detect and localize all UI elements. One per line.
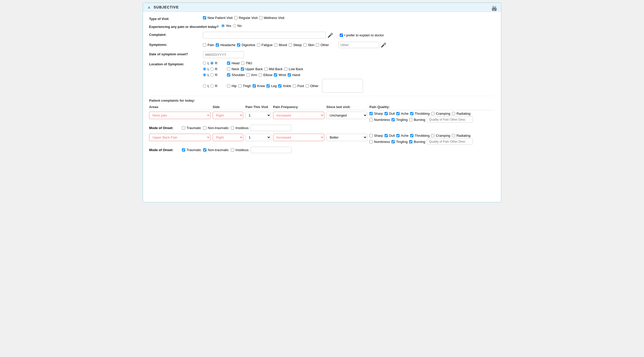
pq1-burning[interactable]: Burning [409, 118, 425, 122]
pq2-tingling[interactable]: Tingling [391, 140, 408, 144]
onset1-traumatic[interactable]: Traumatic [182, 126, 201, 130]
pq2-numbness[interactable]: Numbness [369, 140, 390, 144]
loc2-r[interactable]: R [210, 67, 217, 71]
loc-head[interactable]: Head [227, 61, 240, 65]
loc-tmj[interactable]: TMJ [241, 61, 252, 65]
pq1-ache[interactable]: Ache [396, 112, 409, 116]
pain-no-option[interactable]: No [233, 24, 242, 28]
since-last-dropdown-1[interactable]: Unchanged Better Worse [326, 112, 367, 119]
loc4-r[interactable]: R [210, 84, 217, 88]
regular-visit-checkbox[interactable] [234, 16, 237, 19]
pain-yes-option[interactable]: Yes [221, 24, 231, 28]
complaint-mic-icon[interactable]: 🎤 [327, 33, 333, 38]
pain-visit-dropdown-2[interactable]: 12345 678910 [245, 134, 271, 141]
loc1-l[interactable]: L [203, 61, 209, 65]
collapse-icon[interactable]: ▲ [147, 5, 151, 9]
onset2-text-input[interactable] [251, 147, 292, 153]
pq2-throbbing[interactable]: Throbbing [410, 134, 430, 138]
loc-elbow[interactable]: Elbow [259, 73, 272, 77]
pq1-throbbing[interactable]: Throbbing [410, 112, 430, 116]
new-patient-visit-option[interactable]: New Patient Visit [203, 16, 233, 20]
lr-group-2: L R [203, 67, 223, 71]
loc1-r[interactable]: R [210, 61, 217, 65]
pain-yes-radio[interactable] [221, 24, 225, 27]
loc-thigh[interactable]: Thigh [238, 84, 251, 88]
pq2-radiating[interactable]: Radiating [452, 134, 471, 138]
symptoms-mic-icon[interactable]: 🎤 [381, 42, 386, 48]
regular-visit-option[interactable]: Regular Visit [234, 16, 257, 20]
loc-arm[interactable]: Arm [246, 73, 257, 77]
symptom-mood[interactable]: Mood [274, 43, 287, 47]
loc-ankle[interactable]: Ankle [278, 84, 291, 88]
pq1-radiating[interactable]: Radiating [452, 112, 471, 116]
date-onset-input[interactable] [203, 51, 244, 58]
loc-upper-back[interactable]: Upper Back [241, 67, 263, 71]
pain-freq-dropdown-2[interactable]: Increased Decreased Same Intermittent Co… [273, 134, 324, 141]
type-of-visit-label: Type of Visit [149, 16, 200, 21]
wellness-visit-checkbox[interactable] [259, 16, 263, 19]
side-dropdown-1[interactable]: Right Left Bilateral [213, 112, 243, 119]
symptom-fatigue[interactable]: Fatigue [257, 43, 273, 47]
loc-wrist[interactable]: Wrist [274, 73, 286, 77]
pq1-dull[interactable]: Dull [385, 112, 395, 116]
pq2-cramping[interactable]: Cramping [431, 134, 450, 138]
pq1-sharp[interactable]: Sharp [369, 112, 383, 116]
symptoms-other-input[interactable] [338, 42, 379, 48]
loc-low-back[interactable]: Low Back [284, 67, 303, 71]
loc-shoulder[interactable]: Shoulder [227, 73, 245, 77]
symptom-pain[interactable]: Pain [203, 43, 214, 47]
loc-leg[interactable]: Leg [266, 84, 277, 88]
location-label: Location of Symptom: [149, 61, 200, 66]
location-other-textarea[interactable] [322, 79, 363, 93]
pq2-other-input[interactable] [427, 139, 473, 145]
pain-question-label: Experiencing any pain or discomfort toda… [149, 24, 219, 29]
loc-knee[interactable]: Knee [253, 84, 265, 88]
area-dropdown-2[interactable]: Upper Back Pain Neck pain Lower Back Pai… [149, 134, 211, 141]
wellness-visit-option[interactable]: Wellness Visit [259, 16, 284, 20]
onset1-insidious[interactable]: Insidious [231, 126, 248, 130]
symptom-other[interactable]: Other [316, 43, 329, 47]
new-patient-visit-checkbox[interactable] [203, 16, 206, 19]
loc3-l[interactable]: L [203, 73, 209, 77]
pq2-ache[interactable]: Ache [396, 134, 409, 138]
pq1-other-input[interactable] [427, 117, 473, 123]
onset1-nontraumatic[interactable]: Non-traumatic [203, 126, 229, 130]
prefer-explain-checkbox[interactable] [340, 34, 343, 37]
loc-neck[interactable]: Neck [227, 67, 239, 71]
symptom-headache[interactable]: Headache [216, 43, 235, 47]
side-dropdown-2[interactable]: Right Left Bilateral [213, 134, 243, 141]
pain-question-row: Experiencing any pain or discomfort toda… [149, 24, 495, 29]
symptom-digestive[interactable]: Digestive [237, 43, 255, 47]
pain-no-radio[interactable] [233, 24, 236, 27]
pq1-cramping[interactable]: Cramping [431, 112, 450, 116]
pq2-burning[interactable]: Burning [409, 140, 425, 144]
loc4-l[interactable]: L [203, 84, 209, 88]
loc-hip[interactable]: Hip [227, 84, 237, 88]
pain-no-label: No [237, 24, 242, 28]
complaint-row-2: Upper Back Pain Neck pain Lower Back Pai… [149, 134, 495, 145]
onset2-insidious[interactable]: Insidious [231, 148, 248, 152]
onset2-traumatic[interactable]: Traumatic [182, 148, 201, 152]
pain-visit-dropdown-1[interactable]: 12345 678910 [245, 112, 271, 119]
pq2-sharp[interactable]: Sharp [369, 134, 383, 138]
loc-other[interactable]: Other [306, 84, 319, 88]
print-icon[interactable]: 🖨️ [491, 5, 497, 11]
loc-hand[interactable]: Hand [288, 73, 300, 77]
loc-foot[interactable]: Foot [293, 84, 304, 88]
loc-mid-back[interactable]: Mid Back [264, 67, 283, 71]
since-last-dropdown-2[interactable]: Better Unchanged Worse [326, 134, 367, 141]
area-dropdown-1[interactable]: Neck pain Upper Back Pain Lower Back Pai… [149, 112, 211, 119]
prefer-explain-option[interactable]: I prefer to explain to doctor [340, 33, 384, 37]
location-controls: L R Head TMJ L R [203, 61, 495, 93]
onset1-text-input[interactable] [251, 125, 292, 131]
loc3-r[interactable]: R [210, 73, 217, 77]
complaint-input[interactable] [203, 32, 326, 39]
loc2-l[interactable]: L [203, 67, 209, 71]
pq1-tingling[interactable]: Tingling [391, 118, 408, 122]
symptom-sleep[interactable]: Sleep [289, 43, 302, 47]
pq2-dull[interactable]: Dull [385, 134, 395, 138]
symptom-skin[interactable]: Skin [303, 43, 314, 47]
pain-freq-dropdown-1[interactable]: Increased Decreased Same Intermittent Co… [273, 112, 324, 119]
pq1-numbness[interactable]: Numbness [369, 118, 390, 122]
onset2-nontraumatic[interactable]: Non-traumatic [203, 148, 229, 152]
